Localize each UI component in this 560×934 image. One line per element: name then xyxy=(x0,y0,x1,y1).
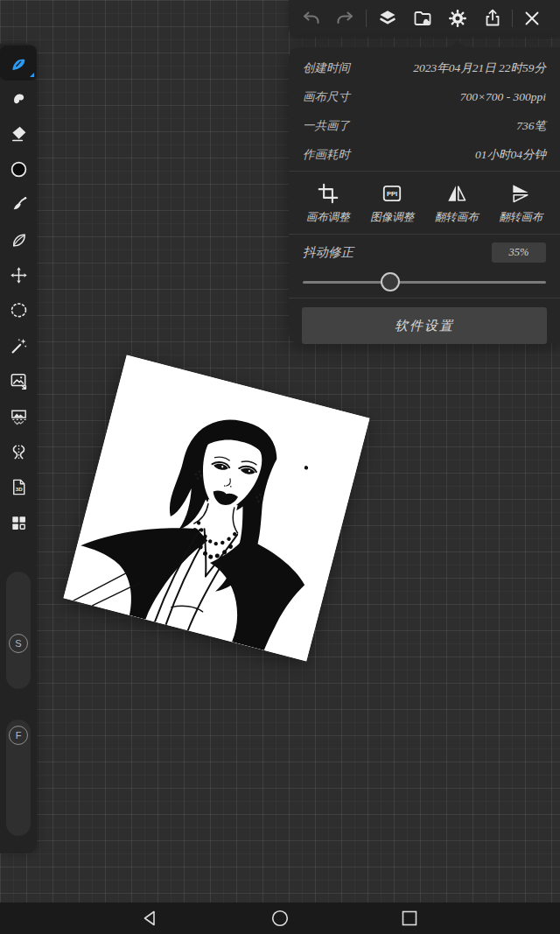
flip-canvas-vertical-button[interactable]: 翻转画布 xyxy=(490,181,551,225)
nav-back-icon[interactable] xyxy=(140,908,161,929)
pen-submenu-indicator xyxy=(30,73,34,77)
ppi-icon-text: PPI xyxy=(387,190,397,198)
svg-text:3D: 3D xyxy=(15,487,22,493)
tool-pen[interactable] xyxy=(0,46,37,81)
android-nav-bar xyxy=(0,902,560,934)
jitter-slider-track[interactable] xyxy=(303,281,546,284)
info-value: 700×700 - 300ppi xyxy=(460,90,546,104)
canvas-settings-popup: 创建时间 2023年04月21日 22时59分 画布尺寸 700×700 - 3… xyxy=(289,47,560,343)
jitter-correction-section: 抖动修正 35% xyxy=(289,235,560,292)
flip-vertical-icon xyxy=(509,181,532,206)
tool-layout-grid[interactable] xyxy=(0,505,37,540)
tool-color[interactable] xyxy=(0,151,37,186)
settings-gear-icon[interactable] xyxy=(447,8,468,29)
tool-leaf[interactable] xyxy=(0,222,37,257)
import-export-icon[interactable] xyxy=(412,8,433,29)
tool-lasso[interactable] xyxy=(0,293,37,328)
flip-horizontal-icon xyxy=(445,181,468,206)
action-label: 画布调整 xyxy=(306,210,350,225)
info-value: 736笔 xyxy=(516,118,546,134)
app-stage: 创建时间 2023年04月21日 22时59分 画布尺寸 700×700 - 3… xyxy=(0,0,560,934)
tool-image-import[interactable] xyxy=(0,364,37,399)
tool-3d-page[interactable]: 3D xyxy=(0,470,37,505)
undo-icon[interactable] xyxy=(301,8,322,29)
tool-magic-wand[interactable] xyxy=(0,328,37,363)
jitter-slider[interactable] xyxy=(303,271,546,292)
f-button[interactable]: F xyxy=(9,726,28,745)
popup-divider xyxy=(289,298,560,298)
tool-smudge[interactable] xyxy=(0,81,37,116)
ppi-icon: PPI xyxy=(381,181,403,206)
tool-brush[interactable] xyxy=(0,187,37,222)
info-row-time-spent: 作画耗时 01小时04分钟 xyxy=(289,140,560,169)
canvas-action-row: 画布调整 PPI 图像调整 翻转画布 xyxy=(289,172,560,234)
redo-icon[interactable] xyxy=(334,8,355,29)
s-button[interactable]: S xyxy=(9,634,28,653)
software-settings-button[interactable]: 软件设置 xyxy=(302,307,547,344)
canvas-info-list: 创建时间 2023年04月21日 22时59分 画布尺寸 700×700 - 3… xyxy=(289,47,560,171)
info-value: 2023年04月21日 22时59分 xyxy=(413,60,546,76)
info-label: 一共画了 xyxy=(303,118,350,134)
image-adjust-button[interactable]: PPI 图像调整 xyxy=(361,181,423,225)
info-value: 01小时04分钟 xyxy=(475,147,546,163)
info-row-created: 创建时间 2023年04月21日 22时59分 xyxy=(289,53,560,82)
tool-eraser[interactable] xyxy=(0,116,37,151)
jitter-value-badge: 35% xyxy=(492,242,546,263)
tool-liquify[interactable] xyxy=(0,434,37,469)
jitter-slider-thumb[interactable] xyxy=(381,272,400,291)
share-icon[interactable] xyxy=(482,8,503,29)
action-label: 翻转画布 xyxy=(499,210,542,225)
nav-recents-icon[interactable] xyxy=(399,908,420,929)
jitter-label: 抖动修正 xyxy=(303,244,354,261)
info-label: 创建时间 xyxy=(303,60,350,76)
layers-icon[interactable] xyxy=(377,8,398,29)
crop-icon xyxy=(317,181,340,206)
canvas-adjust-button[interactable]: 画布调整 xyxy=(298,181,359,225)
toolbar-divider xyxy=(366,10,367,27)
info-label: 作画耗时 xyxy=(303,147,350,163)
tool-move[interactable] xyxy=(0,257,37,292)
info-row-canvas-size: 画布尺寸 700×700 - 300ppi xyxy=(289,82,560,111)
tool-sidebar: 3D S F xyxy=(0,44,37,853)
action-label: 图像调整 xyxy=(370,210,414,225)
close-icon[interactable] xyxy=(522,8,542,29)
info-row-stroke-count: 一共画了 736笔 xyxy=(289,111,560,140)
nav-home-icon[interactable] xyxy=(270,908,290,929)
popup-caret xyxy=(450,40,466,48)
tool-image-mirror[interactable] xyxy=(0,399,37,434)
flip-canvas-horizontal-button[interactable]: 翻转画布 xyxy=(426,181,487,225)
info-label: 画布尺寸 xyxy=(303,89,350,105)
action-label: 翻转画布 xyxy=(435,210,479,225)
toolbar-divider xyxy=(512,10,513,27)
top-toolbar xyxy=(289,0,560,37)
slider-track-s[interactable] xyxy=(6,572,31,689)
